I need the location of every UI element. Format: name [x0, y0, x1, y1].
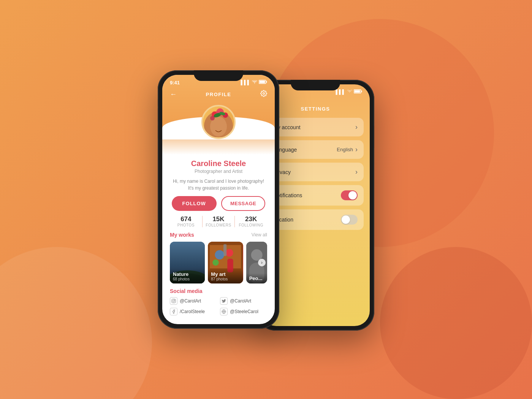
view-all-button[interactable]: View all — [252, 232, 267, 238]
svg-rect-21 — [223, 244, 226, 256]
settings-status-icons: ▌▌▌ — [336, 89, 362, 95]
stat-following: 23K FOLLOWING — [235, 215, 267, 227]
settings-item-my-account[interactable]: My account — [267, 118, 364, 136]
art-count: 87 photos — [211, 277, 240, 281]
followers-label: FOLLOWERS — [203, 223, 235, 227]
twitter-handle: @CarolArt — [230, 298, 251, 304]
svg-point-17 — [215, 250, 225, 260]
back-power-button[interactable] — [374, 125, 374, 148]
svg-rect-31 — [355, 90, 360, 93]
battery-icon — [259, 80, 267, 85]
language-value: English — [337, 147, 353, 152]
avatar-container — [162, 105, 275, 139]
nature-overlay: Nature 68 photos — [170, 269, 205, 283]
social-globe[interactable]: @SteeleCarol — [220, 308, 267, 315]
people-overlay: Peo... — [246, 273, 267, 283]
social-media-title: Social media — [170, 288, 267, 294]
settings-item-privacy[interactable]: Privacy — [267, 163, 364, 181]
language-chevron — [355, 146, 358, 154]
works-section-header: My works View all — [170, 232, 267, 238]
background-blob-1 — [0, 247, 152, 399]
social-section: Social media @CarolAr — [170, 288, 267, 315]
people-title: Peo... — [249, 276, 264, 281]
social-facebook[interactable]: /CarolSteele — [170, 308, 217, 315]
privacy-right — [355, 168, 358, 176]
notifications-toggle-thumb — [348, 191, 357, 200]
profile-subtitle: Photographer and Artist — [170, 169, 267, 174]
profile-body: Caroline Steele Photographer and Artist … — [162, 155, 275, 324]
instagram-handle: @CarolArt — [180, 298, 201, 304]
facebook-icon — [170, 308, 177, 315]
following-value: 23K — [235, 215, 267, 223]
photos-label: PHOTOS — [170, 223, 202, 227]
profile-actions: FOLLOW MESSAGE — [170, 196, 267, 211]
follow-button[interactable]: FOLLOW — [172, 196, 217, 211]
nature-title: Nature — [173, 271, 202, 277]
back-button[interactable]: ← — [168, 89, 178, 100]
works-grid: Nature 68 photos — [170, 242, 267, 283]
svg-rect-25 — [172, 299, 176, 303]
social-twitter[interactable]: @CarolArt — [220, 297, 267, 305]
avatar — [201, 105, 236, 139]
followers-value: 15K — [203, 215, 235, 223]
power-button[interactable] — [279, 116, 279, 139]
privacy-chevron — [355, 168, 358, 176]
phones-container: 9:41 ▌▌▌ — [158, 68, 374, 331]
settings-item-language[interactable]: Language English — [267, 140, 364, 159]
volume-down-button[interactable] — [158, 125, 158, 139]
settings-battery-icon — [354, 89, 362, 95]
settings-item-location[interactable]: Location — [267, 209, 364, 230]
svg-rect-1 — [266, 81, 267, 83]
back-phone-notch — [291, 80, 340, 90]
svg-rect-30 — [361, 91, 362, 92]
profile-bio: Hi, my name is Carol and I love photogra… — [170, 178, 267, 192]
notifications-toggle[interactable] — [341, 190, 358, 200]
phone-notch — [194, 70, 243, 81]
profile-header-bar: ← PROFILE — [162, 87, 275, 103]
art-title: My art — [211, 271, 240, 277]
stat-photos: 674 PHOTOS — [170, 215, 202, 227]
instagram-icon — [170, 297, 177, 305]
svg-point-3 — [263, 93, 265, 95]
social-grid: @CarolArt @CarolArt — [170, 297, 267, 315]
facebook-handle: /CarolSteele — [180, 309, 205, 314]
settings-signal-icon: ▌▌▌ — [336, 89, 345, 95]
location-toggle-thumb — [342, 215, 350, 224]
status-time: 9:41 — [170, 80, 180, 86]
phone-front: 9:41 ▌▌▌ — [158, 70, 279, 329]
wifi-icon — [252, 80, 257, 85]
following-label: FOLLOWING — [235, 223, 267, 227]
social-instagram[interactable]: @CarolArt — [170, 297, 217, 305]
profile-header: 9:41 ▌▌▌ — [162, 75, 275, 155]
mute-button[interactable] — [158, 99, 158, 106]
scroll-arrow: › — [258, 259, 266, 266]
art-overlay: My art 87 photos — [208, 269, 243, 283]
work-card-nature[interactable]: Nature 68 photos — [170, 242, 205, 283]
work-card-people[interactable]: Peo... › — [246, 242, 267, 283]
settings-item-notifications[interactable]: Notifications — [267, 185, 364, 206]
svg-point-27 — [174, 300, 175, 300]
work-card-art[interactable]: My art 87 photos — [208, 242, 243, 283]
svg-point-19 — [213, 260, 219, 266]
background-blob-3 — [380, 247, 532, 399]
svg-point-18 — [225, 249, 233, 257]
status-icons: ▌▌▌ — [241, 80, 267, 85]
my-works-title: My works — [170, 232, 194, 238]
photos-value: 674 — [170, 215, 202, 223]
twitter-icon — [220, 297, 228, 305]
profile-screen: 9:41 ▌▌▌ — [162, 75, 275, 324]
my-account-chevron — [355, 123, 358, 131]
globe-handle: @SteeleCarol — [230, 309, 258, 314]
volume-up-button[interactable] — [158, 108, 158, 122]
location-toggle[interactable] — [341, 215, 358, 225]
settings-wifi-icon — [347, 89, 352, 95]
settings-button[interactable] — [259, 89, 269, 100]
profile-name: Caroline Steele — [170, 159, 267, 168]
signal-icon: ▌▌▌ — [241, 80, 250, 85]
stats-row: 674 PHOTOS 15K FOLLOWERS 23K FOLLOWING — [170, 215, 267, 227]
message-button[interactable]: MESSAGE — [221, 196, 266, 211]
svg-point-26 — [173, 300, 175, 302]
language-right: English — [337, 146, 358, 154]
my-account-right — [355, 123, 358, 131]
profile-title: PROFILE — [178, 92, 259, 97]
